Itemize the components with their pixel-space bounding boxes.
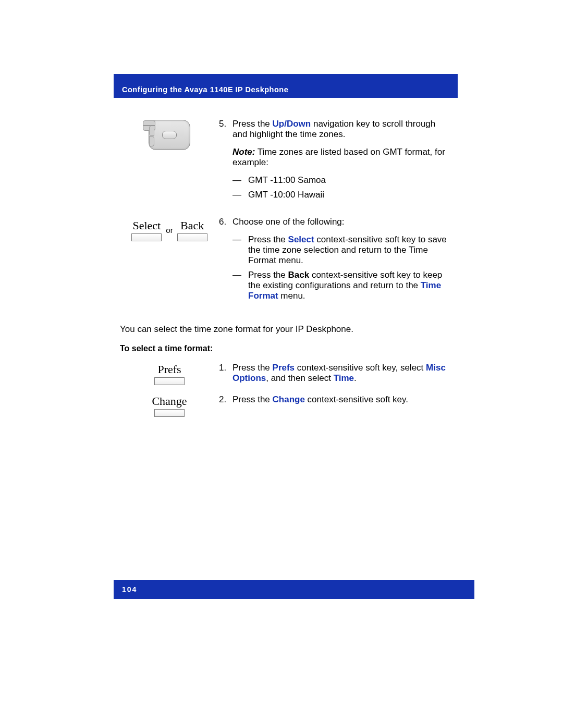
prefs-softkey-button[interactable]	[154, 377, 185, 385]
page-footer: 104	[114, 580, 474, 599]
step-text: Press the Prefs context-sensitive soft k…	[232, 363, 451, 384]
prefs-softkey-label: Prefs	[157, 363, 181, 376]
step-text: Choose one of the following: — Press the…	[232, 217, 451, 309]
prefs-label: Prefs	[273, 363, 295, 373]
updown-label: Up/Down	[273, 119, 311, 129]
header-title: Configuring the Avaya 1140E IP Deskphone	[122, 85, 288, 94]
timezone-item: GMT -11:00 Samoa	[248, 175, 326, 186]
navigation-pad-icon	[149, 120, 190, 150]
step-number: 6.	[219, 217, 232, 309]
page-number: 104	[122, 585, 137, 594]
timezone-item: GMT -10:00 Hawaii	[248, 190, 324, 200]
change-label: Change	[273, 394, 305, 404]
note-label: Note:	[232, 147, 255, 157]
step-number: 5.	[219, 119, 232, 207]
select-label: Select	[288, 235, 314, 244]
back-softkey-button[interactable]	[177, 233, 207, 241]
step-text: Press the Up/Down navigation key to scro…	[232, 119, 451, 207]
step-number: 1.	[219, 363, 232, 384]
section-heading: To select a time format:	[120, 344, 451, 353]
page-header: Configuring the Avaya 1140E IP Deskphone	[114, 74, 458, 98]
step-number: 2.	[219, 394, 232, 405]
select-softkey-button[interactable]	[131, 233, 162, 241]
paragraph: You can select the time zone format for …	[120, 324, 451, 335]
back-label: Back	[288, 270, 310, 280]
step-text: Press the Change context-sensitive soft …	[232, 394, 451, 405]
time-label: Time	[334, 373, 354, 383]
change-softkey-label: Change	[152, 394, 187, 408]
softkey-pair: Select or Back	[120, 219, 219, 241]
select-softkey-label: Select	[132, 219, 161, 232]
change-softkey-button[interactable]	[154, 409, 185, 417]
or-text: or	[166, 226, 173, 235]
back-softkey-label: Back	[180, 219, 204, 232]
